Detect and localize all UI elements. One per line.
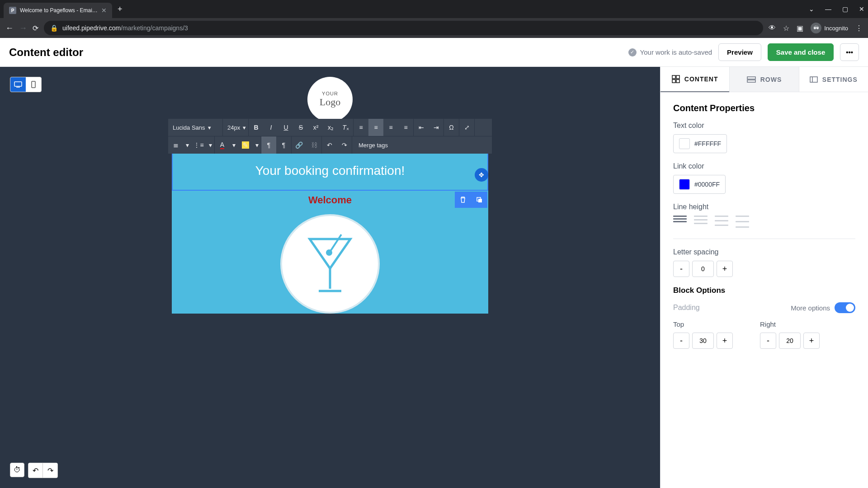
svg-rect-9 [672,75,675,79]
ltr-button[interactable]: ¶ [261,136,276,154]
letter-spacing-decrease[interactable]: - [673,261,689,277]
menu-icon[interactable]: ⋮ [855,24,863,33]
ordered-list-dropdown[interactable]: ▾ [183,136,191,154]
redo-canvas-button[interactable]: ↷ [43,463,57,478]
text-color-dropdown[interactable]: ▾ [230,136,238,154]
browser-tab[interactable]: P Welcome to Pageflows - Email ca ✕ [4,3,112,18]
autosave-label: Your work is auto-saved [640,48,712,56]
undo-button[interactable]: ↶ [322,136,337,154]
text-color-button[interactable]: A [215,136,230,154]
trash-icon [459,196,467,203]
more-options-button[interactable]: ••• [840,43,859,61]
padding-right-input[interactable] [779,333,801,349]
align-left-button[interactable]: ≡ [354,119,368,136]
copy-icon [476,196,483,203]
star-icon[interactable]: ☆ [783,24,789,33]
desktop-view-button[interactable] [10,77,26,92]
italic-button[interactable]: I [264,119,278,136]
superscript-button[interactable]: x² [308,119,323,136]
maximize-icon[interactable]: ▢ [842,5,848,13]
minimize-icon[interactable]: — [825,5,831,13]
unlink-button[interactable]: ⛓ [307,136,321,154]
line-height-xloose[interactable] [736,216,749,228]
special-char-button[interactable]: Ω [444,119,459,136]
align-center-button[interactable]: ≡ [368,119,383,136]
padding-top-increase[interactable]: + [717,333,733,349]
tab-settings[interactable]: SETTINGS [799,67,868,92]
letter-spacing-increase[interactable]: + [717,261,733,277]
svg-rect-12 [676,80,679,83]
reload-button[interactable]: ⟳ [33,24,38,33]
indent-button[interactable]: ⇥ [429,119,443,136]
panel-icon[interactable]: ▣ [797,24,803,33]
forward-button[interactable]: → [19,23,27,33]
history-button[interactable]: ⏱ [10,463,24,477]
line-height-label: Line height [673,203,855,211]
new-tab-button[interactable]: + [118,5,123,14]
ordered-list-button[interactable]: ≣ [168,136,183,154]
eye-off-icon[interactable]: 👁 [769,24,776,32]
logo-line2: Logo [320,96,340,108]
padding-right-decrease[interactable]: - [760,333,776,349]
block-options-heading: Block Options [673,286,855,295]
align-right-button[interactable]: ≡ [383,119,398,136]
letter-spacing-input[interactable] [692,261,714,277]
strikethrough-button[interactable]: S [293,119,308,136]
font-size-select[interactable]: 24px▾ [223,119,248,136]
back-button[interactable]: ← [5,23,14,33]
underline-button[interactable]: U [278,119,293,136]
highlight-dropdown[interactable]: ▾ [253,136,261,154]
padding-right-stepper: - + [760,333,820,349]
heading-text[interactable]: Your booking confirmation! [173,152,487,190]
letter-spacing-label: Letter spacing [673,248,855,256]
incognito-icon: 🕶 [811,23,821,33]
lock-icon: 🔒 [50,24,58,32]
save-button[interactable]: Save and close [768,43,834,61]
incognito-badge[interactable]: 🕶 Incognito [811,23,848,33]
bold-button[interactable]: B [249,119,264,136]
rtl-button[interactable]: ¶ [276,136,291,154]
svg-rect-4 [478,199,482,202]
selected-text-block[interactable]: ✥ Your booking confirmation! [172,151,488,191]
mobile-view-button[interactable] [26,77,41,92]
close-icon[interactable]: ✕ [101,7,107,14]
subscript-button[interactable]: x₂ [323,119,338,136]
more-options-toggle[interactable] [835,302,855,313]
text-color-picker[interactable]: #FFFFFF [673,134,727,153]
link-button[interactable]: 🔗 [292,136,307,154]
line-height-tight[interactable] [673,216,687,228]
preview-button[interactable]: Preview [718,43,761,61]
outdent-button[interactable]: ⇤ [414,119,429,136]
unordered-list-button[interactable]: ⋮≡ [191,136,206,154]
collapse-toolbar-button[interactable]: ⤢ [459,119,474,136]
highlight-button[interactable]: ✎ [238,136,253,154]
chevron-down-icon[interactable]: ⌄ [809,5,814,13]
clear-format-button[interactable]: Tₓ [338,119,353,136]
tab-rows[interactable]: ROWS [729,67,799,92]
autosave-status: ✓ Your work is auto-saved [628,48,712,56]
redo-button[interactable]: ↷ [337,136,352,154]
close-window-icon[interactable]: ✕ [859,5,864,13]
line-height-loose[interactable] [715,216,728,228]
unordered-list-dropdown[interactable]: ▾ [206,136,214,154]
tab-settings-label: SETTINGS [822,76,858,83]
line-height-normal[interactable] [694,216,708,228]
letter-spacing-stepper: - + [673,261,855,277]
page-title: Content editor [9,46,83,59]
padding-top-decrease[interactable]: - [673,333,689,349]
logo-placeholder[interactable]: YOUR Logo [307,77,353,122]
undo-canvas-button[interactable]: ↶ [28,463,43,478]
merge-tags-button[interactable]: Merge tags [352,136,394,154]
cocktail-image[interactable] [280,214,380,314]
font-family-select[interactable]: Lucida Sans▾ [168,119,222,136]
tab-content[interactable]: CONTENT [660,67,729,92]
align-justify-button[interactable]: ≡ [398,119,413,136]
padding-right-increase[interactable]: + [803,333,820,349]
duplicate-block-button[interactable] [471,192,487,208]
padding-top-input[interactable] [692,333,714,349]
delete-block-button[interactable] [455,192,471,208]
move-handle-icon[interactable]: ✥ [475,168,488,182]
welcome-block[interactable]: Welcome [172,191,488,314]
link-color-picker[interactable]: #0000FF [673,175,726,194]
address-bar[interactable]: 🔒 uifeed.pipedrive.com/marketing/campaig… [44,21,763,35]
